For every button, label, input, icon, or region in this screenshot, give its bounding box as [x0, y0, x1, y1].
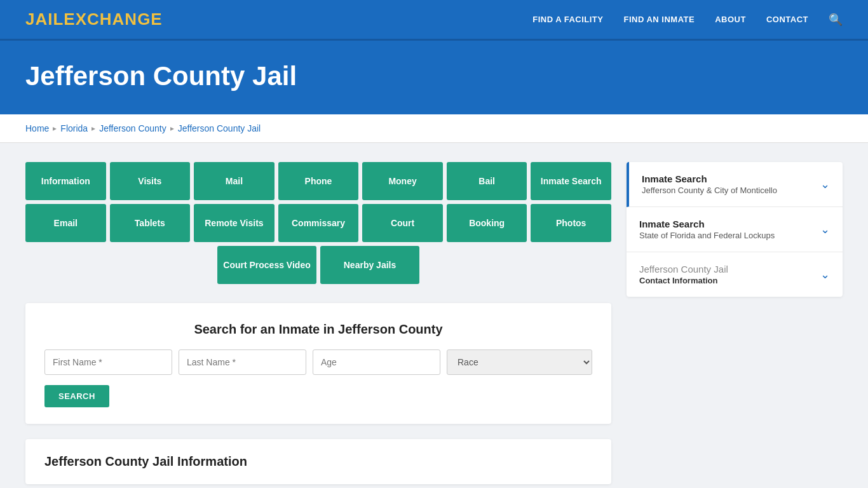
grid-row-1: Information Visits Mail Phone Money Bail… [25, 162, 611, 200]
logo-x: E [64, 10, 75, 29]
race-select[interactable]: Race White Black Hispanic Asian Other [447, 349, 592, 375]
main-content: Information Visits Mail Phone Money Bail… [0, 143, 868, 488]
grid-row-2: Email Tablets Remote Visits Commissary C… [25, 204, 611, 242]
sidebar-item-3-sub: Contact Information [639, 276, 728, 285]
breadcrumb-current[interactable]: Jefferson County Jail [178, 123, 261, 133]
right-sidebar: Inmate Search Jefferson County & City of… [627, 162, 843, 297]
breadcrumb-home[interactable]: Home [25, 123, 49, 133]
btn-tablets[interactable]: Tablets [110, 204, 191, 242]
sidebar-item-inmate-search-local[interactable]: Inmate Search Jefferson County & City of… [627, 162, 843, 207]
btn-money[interactable]: Money [362, 162, 443, 200]
btn-court[interactable]: Court [362, 204, 443, 242]
nav-about[interactable]: ABOUT [715, 15, 746, 24]
breadcrumb-florida[interactable]: Florida [60, 123, 88, 133]
btn-court-process-video[interactable]: Court Process Video [217, 246, 316, 284]
breadcrumb: Home ▸ Florida ▸ Jefferson County ▸ Jeff… [25, 123, 843, 133]
page-title: Jefferson County Jail [25, 61, 843, 92]
btn-commissary[interactable]: Commissary [278, 204, 359, 242]
info-title: Jefferson County Jail Information [44, 454, 592, 469]
btn-photos[interactable]: Photos [531, 204, 611, 242]
nav-find-facility[interactable]: FIND A FACILITY [532, 15, 603, 24]
sidebar-item-1-sub: Jefferson County & City of Monticello [642, 186, 777, 195]
nav-find-inmate[interactable]: FIND AN INMATE [623, 15, 695, 24]
info-section: Jefferson County Jail Information [25, 439, 611, 484]
sidebar-item-inmate-search-state[interactable]: Inmate Search State of Florida and Feder… [627, 207, 843, 252]
search-button[interactable]: SEARCH [44, 385, 109, 407]
nav-contact[interactable]: CONTACT [766, 15, 808, 24]
btn-nearby-jails[interactable]: Nearby Jails [320, 246, 419, 284]
sidebar-item-1-title: Inmate Search [642, 173, 777, 184]
sidebar-card: Inmate Search Jefferson County & City of… [627, 162, 843, 297]
sidebar-item-3-title: Jefferson County Jail [639, 264, 728, 274]
breadcrumb-sep-3: ▸ [170, 124, 174, 133]
breadcrumb-jefferson-county[interactable]: Jefferson County [99, 123, 166, 133]
chevron-down-icon-3: ⌄ [820, 268, 830, 281]
search-fields: Race White Black Hispanic Asian Other [44, 349, 592, 375]
search-icon[interactable]: 🔍 [829, 13, 843, 27]
logo-part1: JAIL [25, 10, 64, 29]
btn-inmate-search[interactable]: Inmate Search [531, 162, 611, 200]
btn-booking[interactable]: Booking [447, 204, 527, 242]
hero-section: Jefferson County Jail [0, 41, 868, 114]
breadcrumb-sep-2: ▸ [92, 124, 95, 133]
search-title: Search for an Inmate in Jefferson County [44, 322, 592, 337]
grid-row-3: Court Process Video Nearby Jails [25, 246, 611, 284]
logo-part2: XCHANGE [76, 10, 163, 29]
btn-visits[interactable]: Visits [110, 162, 191, 200]
btn-phone[interactable]: Phone [278, 162, 359, 200]
chevron-down-icon-1: ⌄ [820, 177, 830, 191]
sidebar-item-2-sub: State of Florida and Federal Lockups [639, 231, 775, 240]
inmate-search-box: Search for an Inmate in Jefferson County… [25, 303, 611, 424]
main-nav: FIND A FACILITY FIND AN INMATE ABOUT CON… [532, 13, 843, 27]
logo[interactable]: JAILEXCHANGE [25, 10, 163, 29]
btn-bail[interactable]: Bail [447, 162, 527, 200]
first-name-input[interactable] [44, 349, 172, 375]
sidebar-item-2-title: Inmate Search [639, 219, 775, 229]
site-header: JAILEXCHANGE FIND A FACILITY FIND AN INM… [0, 0, 868, 41]
btn-information[interactable]: Information [25, 162, 106, 200]
btn-remote-visits[interactable]: Remote Visits [194, 204, 275, 242]
breadcrumb-sep-1: ▸ [53, 124, 57, 133]
sidebar-item-contact-info[interactable]: Jefferson County Jail Contact Informatio… [627, 252, 843, 297]
last-name-input[interactable] [179, 349, 306, 375]
age-input[interactable] [313, 349, 440, 375]
btn-mail[interactable]: Mail [194, 162, 275, 200]
chevron-down-icon-2: ⌄ [820, 222, 830, 236]
breadcrumb-bar: Home ▸ Florida ▸ Jefferson County ▸ Jeff… [0, 114, 868, 143]
left-column: Information Visits Mail Phone Money Bail… [25, 162, 611, 484]
btn-email[interactable]: Email [25, 204, 106, 242]
